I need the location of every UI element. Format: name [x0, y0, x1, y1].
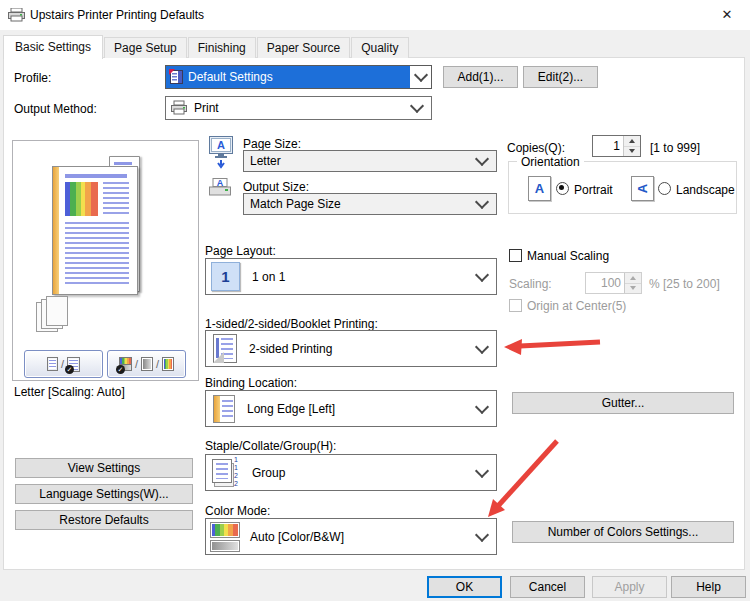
- chevron-down-icon: [475, 463, 489, 477]
- landscape-icon: A: [631, 176, 654, 201]
- window-title: Upstairs Printer Printing Defaults: [30, 8, 204, 22]
- page-layout-combobox[interactable]: 1 1 on 1: [205, 258, 497, 295]
- help-button[interactable]: Help: [671, 576, 746, 598]
- sides-toggle-button[interactable]: / ✓: [24, 350, 103, 378]
- staple-label: Staple/Collate/Group(H):: [205, 439, 336, 453]
- landscape-label: Landscape: [676, 183, 735, 197]
- manual-scaling-label: Manual Scaling: [527, 249, 609, 263]
- page-size-combobox[interactable]: Letter: [243, 150, 497, 172]
- chevron-down-icon: [475, 267, 489, 281]
- cancel-button[interactable]: Cancel: [510, 576, 585, 598]
- grayscale-icon: [141, 357, 153, 371]
- profile-label: Profile:: [14, 71, 51, 85]
- output-method-value: Print: [188, 101, 406, 115]
- chevron-down-icon: [475, 339, 489, 353]
- close-icon[interactable]: ✕: [706, 0, 748, 28]
- one-on-one-icon: 1: [211, 262, 240, 291]
- printer-icon: [8, 8, 25, 22]
- spin-down-icon[interactable]: [624, 147, 640, 157]
- scaling-range-label: % [25 to 200]: [649, 277, 720, 291]
- edit-profile-button[interactable]: Edit(2)...: [523, 66, 598, 88]
- group-pages-icon: 1 1 2 2: [212, 458, 244, 488]
- preview-front-page: [52, 166, 138, 295]
- page-layout-label: Page Layout:: [205, 244, 276, 258]
- copies-label: Copies(Q):: [507, 141, 565, 155]
- one-sided-icon: [47, 357, 58, 371]
- profile-combobox[interactable]: Default Settings: [165, 65, 432, 89]
- orientation-label: Orientation: [517, 155, 584, 169]
- output-size-combobox[interactable]: Match Page Size: [243, 193, 497, 215]
- chevron-down-icon: [410, 99, 424, 113]
- scaling-label: Scaling:: [509, 277, 552, 291]
- tab-finishing[interactable]: Finishing: [188, 37, 256, 58]
- profile-dropdown-button[interactable]: [410, 66, 431, 88]
- profile-value: Default Settings: [188, 70, 273, 84]
- manual-scaling-checkbox[interactable]: [509, 249, 522, 262]
- binding-combobox[interactable]: Long Edge [Left]: [205, 390, 497, 427]
- page-size-label: Page Size:: [243, 137, 301, 151]
- copies-stepper[interactable]: 1: [592, 135, 641, 157]
- output-size-label: Output Size:: [243, 180, 309, 194]
- duplex-combobox[interactable]: 2-sided Printing: [205, 330, 497, 367]
- scaling-stepper: 100: [585, 272, 642, 294]
- view-settings-button[interactable]: View Settings: [15, 458, 193, 478]
- page-size-value: Letter: [244, 154, 471, 168]
- gutter-button[interactable]: Gutter...: [512, 392, 734, 414]
- page-size-icon: A: [208, 135, 235, 169]
- print-icon: [170, 100, 188, 116]
- origin-at-center-checkbox: [509, 299, 522, 312]
- color-toggle-button[interactable]: ✓ / /: [107, 350, 186, 378]
- profile-doc-icon: [169, 69, 184, 85]
- two-sided-icon: ✓: [67, 357, 80, 372]
- color-mode-combobox[interactable]: Auto [Color/B&W]: [205, 518, 497, 555]
- tab-paper-source[interactable]: Paper Source: [257, 37, 350, 58]
- tab-page-setup[interactable]: Page Setup: [104, 37, 187, 58]
- two-sided-printing-icon: [213, 334, 237, 363]
- ok-button[interactable]: OK: [427, 576, 502, 598]
- binding-long-edge-icon: [213, 395, 235, 423]
- chevron-down-icon: [413, 68, 427, 82]
- svg-text:A: A: [217, 139, 225, 151]
- color-mode-value: Auto [Color/B&W]: [240, 530, 471, 544]
- page-layout-value: 1 on 1: [240, 270, 471, 284]
- chevron-down-icon: [475, 195, 489, 209]
- copies-value[interactable]: 1: [593, 136, 623, 156]
- spin-down-icon: [625, 284, 641, 294]
- preview-binding-strip: [53, 167, 59, 294]
- color-icon: [162, 357, 174, 371]
- printing-defaults-dialog: Upstairs Printer Printing Defaults ✕ Bas…: [0, 0, 750, 601]
- binding-label: Binding Location:: [205, 376, 297, 390]
- apply-button: Apply: [592, 576, 667, 598]
- auto-color-icon: ✓: [119, 357, 132, 371]
- check-badge-icon: ✓: [116, 365, 125, 374]
- restore-defaults-button[interactable]: Restore Defaults: [15, 510, 193, 530]
- number-of-colors-settings-button[interactable]: Number of Colors Settings...: [512, 521, 734, 543]
- chevron-down-icon: [475, 527, 489, 541]
- tab-basic-settings[interactable]: Basic Settings: [3, 35, 103, 59]
- preview-caption: Letter [Scaling: Auto]: [14, 385, 125, 399]
- check-badge-icon: ✓: [65, 365, 74, 374]
- staple-combobox[interactable]: 1 1 2 2 Group: [205, 454, 497, 491]
- output-size-value: Match Page Size: [244, 197, 471, 211]
- add-profile-button[interactable]: Add(1)...: [443, 66, 518, 88]
- output-method-combobox[interactable]: Print: [165, 96, 432, 120]
- output-size-icon: A: [208, 177, 235, 199]
- output-method-label: Output Method:: [14, 102, 97, 116]
- origin-at-center-label: Origin at Center(5): [527, 299, 626, 313]
- color-mode-label: Color Mode:: [205, 504, 270, 518]
- staple-value: Group: [244, 466, 471, 480]
- spin-up-icon[interactable]: [624, 136, 640, 147]
- chevron-down-icon: [475, 152, 489, 166]
- portrait-icon: A: [528, 176, 551, 201]
- pages-stack-icon: [46, 296, 68, 326]
- language-settings-button[interactable]: Language Settings(W)...: [15, 484, 193, 504]
- spin-up-icon: [625, 273, 641, 284]
- tab-quality[interactable]: Quality: [351, 37, 408, 58]
- scaling-value: 100: [586, 273, 624, 293]
- landscape-radio[interactable]: [658, 182, 671, 195]
- duplex-label: 1-sided/2-sided/Booklet Printing:: [205, 317, 378, 331]
- tab-strip: Basic Settings Page Setup Finishing Pape…: [3, 35, 410, 58]
- portrait-radio[interactable]: [556, 182, 569, 195]
- copies-range-label: [1 to 999]: [650, 141, 700, 155]
- portrait-label: Portrait: [574, 183, 613, 197]
